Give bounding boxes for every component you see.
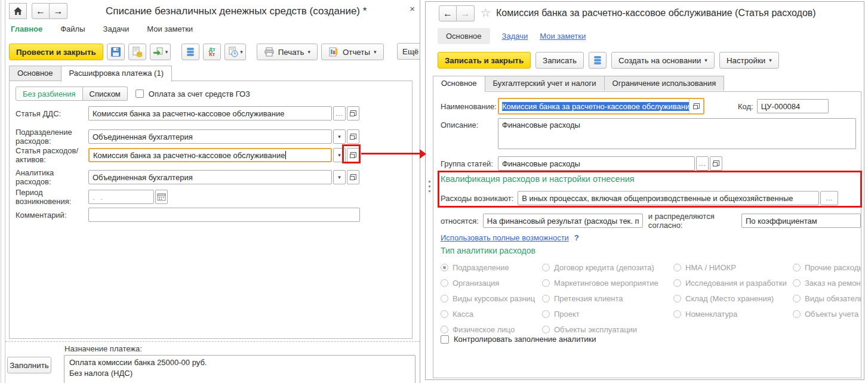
radio-option: Проект <box>542 306 673 322</box>
page-title: Комиссия банка за расчетно-кассовое обсл… <box>496 8 816 18</box>
back-button[interactable]: ← <box>32 3 50 19</box>
history-nav: ← → <box>32 3 67 19</box>
open-icon <box>350 134 356 140</box>
calendar-icon <box>157 193 166 201</box>
analytics-open-button[interactable] <box>347 170 359 184</box>
help-icon[interactable]: ? <box>574 233 579 242</box>
analytics-dropdown-button[interactable]: ▾ <box>333 170 346 184</box>
field-row-period: Период возникновения: . . <box>16 188 168 206</box>
dropdown-caret-icon: ▾ <box>704 58 707 63</box>
structure-button[interactable] <box>181 44 199 60</box>
splitter-grip[interactable] <box>429 181 430 192</box>
back-icon: ← <box>36 6 45 17</box>
open-icon <box>350 174 356 180</box>
nav-notes-link[interactable]: Мои заметки <box>540 32 586 41</box>
tab-main[interactable]: Основное <box>433 76 485 92</box>
more-button[interactable]: Ещё <box>397 43 420 60</box>
description-textarea[interactable]: Финансовые расходы <box>498 118 856 149</box>
radio-option: Организация <box>441 275 542 291</box>
analytics-input[interactable]: Объединенная бухгалтерия <box>88 170 332 184</box>
group-input[interactable]: Финансовые расходы <box>498 156 695 171</box>
tab-accounting[interactable]: Бухгалтерский учет и налоги <box>485 76 605 91</box>
control-checkbox-label: Контролировать заполнение аналитики <box>454 335 596 344</box>
schedule-document-button[interactable]: ▾ <box>224 44 246 60</box>
expense-item-input[interactable]: Комиссия банка за расчетно-кассовое обсл… <box>88 148 332 162</box>
left-window: ← → Списание безналичных денежных средст… <box>5 0 420 383</box>
radio-option: Заказ на ремонт <box>793 275 861 291</box>
department-dropdown-button[interactable]: ▾ <box>333 129 346 144</box>
save-icon <box>110 47 121 57</box>
radio-icon <box>673 295 681 302</box>
dt-kt-button[interactable]: ДтКт <box>203 44 221 60</box>
period-input[interactable]: . . <box>88 190 154 204</box>
settings-button[interactable]: Настройки ▾ <box>719 52 779 69</box>
name-open-button[interactable] <box>689 99 703 113</box>
full-features-link[interactable]: Использовать полные возможности <box>441 233 569 242</box>
relate-input[interactable]: На финансовый результат (расходы тек. пе… <box>483 214 643 228</box>
radio-icon <box>441 279 448 287</box>
name-input[interactable]: Комиссия банка за расчетно-кассовое обсл… <box>499 99 689 113</box>
dds-open-button[interactable] <box>347 106 359 121</box>
expense-item-label: Статья расходов/активов: <box>16 146 88 164</box>
reports-button[interactable]: Отчеты ▾ <box>321 44 384 60</box>
section-menu: Главное Файлы Задачи Мои заметки <box>11 24 193 33</box>
save-and-close-button[interactable]: Записать и закрыть <box>438 52 531 69</box>
radio-option: Маркетинговое мероприятие <box>542 275 673 291</box>
forward-button[interactable]: → <box>457 5 475 21</box>
radio-icon <box>441 326 448 333</box>
nav-main[interactable]: Основное <box>438 28 490 44</box>
goz-checkbox[interactable] <box>136 89 144 98</box>
annotation-rect-open-button <box>342 144 361 163</box>
save-button[interactable] <box>107 44 125 60</box>
home-button[interactable] <box>9 3 27 19</box>
payment-purpose-text[interactable]: Оплата комиссии банка 25000-00 руб. Без … <box>64 355 415 383</box>
no-split-toggle[interactable]: Без разбиения <box>16 87 83 101</box>
period-calendar-button[interactable] <box>155 190 168 204</box>
radio-icon <box>793 295 801 302</box>
forward-button[interactable]: → <box>50 3 67 19</box>
menu-item-main[interactable]: Главное <box>11 24 42 33</box>
nav-tasks-link[interactable]: Задачи <box>502 32 528 41</box>
group-open-button[interactable] <box>710 156 722 171</box>
code-label: Код: <box>738 102 753 111</box>
distribute-input[interactable]: По коэффициентам <box>741 214 861 228</box>
department-open-button[interactable] <box>347 129 359 144</box>
print-label: Печать <box>278 48 304 57</box>
print-button[interactable]: Печать ▾ <box>257 44 318 60</box>
screenshot-root: ← → Списание безналичных денежных средст… <box>0 0 868 383</box>
create-linked-button[interactable]: ▾ <box>150 44 171 60</box>
menu-item-notes[interactable]: Мои заметки <box>147 24 193 33</box>
group-select-button[interactable]: ... <box>696 156 709 171</box>
close-button[interactable]: × <box>410 4 415 14</box>
dds-select-button[interactable]: ... <box>333 106 346 121</box>
field-row-comment: Комментарий: <box>16 208 360 222</box>
full-features-row: Использовать полные возможности ? <box>441 233 579 242</box>
fill-button[interactable]: Заполнить <box>7 357 51 373</box>
dds-input[interactable]: Комиссия банка за расчетно-кассовое обсл… <box>88 106 332 121</box>
as-list-toggle[interactable]: Списком <box>83 87 128 101</box>
comment-label: Комментарий: <box>16 211 88 220</box>
radio-option: Претензия клиента <box>542 291 673 306</box>
tab-restriction[interactable]: Ограничение использования <box>604 76 725 91</box>
code-input[interactable]: ЦУ-000084 <box>757 99 829 113</box>
menu-item-files[interactable]: Файлы <box>60 24 85 33</box>
post-and-close-button[interactable]: Провести и закрыть <box>9 44 103 60</box>
comment-input[interactable] <box>88 208 360 222</box>
back-button[interactable]: ← <box>439 5 457 21</box>
radio-icon <box>673 264 681 271</box>
tab-main[interactable]: Основное <box>9 66 61 81</box>
radio-icon <box>793 264 801 271</box>
post-document-button[interactable] <box>128 44 146 60</box>
save-button[interactable]: Записать <box>535 52 584 69</box>
department-input[interactable]: Объединенная бухгалтерия <box>88 129 332 144</box>
structure-button[interactable] <box>589 52 607 69</box>
create-based-on-label: Создать на основании <box>618 56 701 65</box>
split-mode-row: Без разбиения Списком Оплата за счет сре… <box>16 87 250 101</box>
favorite-star-icon[interactable]: ☆ <box>481 6 491 20</box>
radio-icon <box>673 310 681 318</box>
radio-option: НМА / НИОКР <box>673 260 793 275</box>
tab-payment-details[interactable]: Расшифровка платежа (1) <box>61 66 172 82</box>
control-checkbox[interactable] <box>441 335 449 344</box>
create-based-on-button[interactable]: Создать на основании ▾ <box>611 52 715 69</box>
menu-item-tasks[interactable]: Задачи <box>103 24 130 33</box>
